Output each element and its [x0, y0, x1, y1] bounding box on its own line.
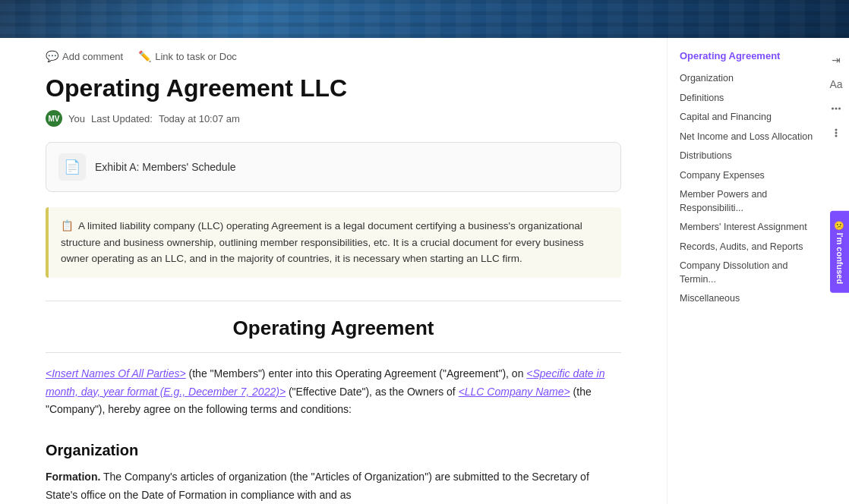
feedback-label: I'm confused: [835, 233, 844, 284]
body-part1: (the "Members") enter into this Operatin…: [186, 367, 527, 380]
toc-title: Operating Agreement: [680, 50, 819, 61]
toc-item[interactable]: Definitions: [680, 89, 819, 109]
exhibit-label: Exhibit A: Members' Schedule: [95, 161, 236, 173]
feedback-tab[interactable]: 😕 I'm confused: [830, 211, 849, 293]
svg-point-2: [838, 108, 841, 110]
toc-list: OrganizationDefinitionsCapital and Finan…: [680, 69, 819, 309]
toc-item[interactable]: Company Expenses: [680, 166, 819, 186]
formation-text: The Company's articles of organization (…: [46, 471, 589, 501]
info-box: 📋A limited liability company (LLC) opera…: [46, 207, 621, 278]
collapse-sidebar-button[interactable]: ⇥: [826, 50, 846, 70]
placeholder-parties[interactable]: <Insert Names Of All Parties>: [46, 367, 186, 380]
timestamp: Today at 10:07 am: [159, 113, 240, 124]
info-box-icon: 📋: [61, 220, 74, 232]
formation-paragraph: Formation. The Company's articles of org…: [46, 468, 621, 504]
divider-top: [46, 301, 621, 301]
exhibit-card[interactable]: 📄 Exhibit A: Members' Schedule: [46, 142, 621, 192]
exhibit-icon: 📄: [58, 153, 86, 181]
link-icon: ✏️: [138, 50, 151, 62]
toc-item[interactable]: Miscellaneous: [680, 289, 819, 309]
toc-item[interactable]: Net Income and Loss Allocation: [680, 128, 819, 147]
sidebar: Operating Agreement OrganizationDefiniti…: [667, 38, 849, 504]
more-options-button[interactable]: [826, 123, 846, 143]
main-content: 💬 Add comment ✏️ Link to task or Doc Ope…: [0, 38, 667, 504]
svg-point-4: [835, 132, 838, 134]
toc-item[interactable]: Organization: [680, 69, 819, 89]
add-comment-button[interactable]: 💬 Add comment: [46, 50, 123, 62]
link-task-button[interactable]: ✏️ Link to task or Doc: [138, 50, 237, 62]
font-size-button[interactable]: Aa: [826, 74, 846, 94]
body-paragraph: <Insert Names Of All Parties> (the "Memb…: [46, 365, 621, 419]
svg-point-1: [832, 108, 834, 110]
document-title: Operating Agreement LLC: [46, 74, 621, 102]
settings-button[interactable]: [826, 99, 846, 118]
link-task-label: Link to task or Doc: [155, 51, 237, 62]
toc-item[interactable]: Company Dissolution and Termin...: [680, 257, 819, 289]
svg-point-5: [835, 135, 838, 137]
section-title-center: Operating Agreement: [46, 317, 621, 340]
body-part2: ("Effective Date"), as the Owners of: [286, 386, 459, 398]
comment-icon: 💬: [46, 50, 58, 62]
toc-container: Operating Agreement OrganizationDefiniti…: [668, 50, 849, 309]
toc-item[interactable]: Capital and Financing: [680, 108, 819, 128]
header-banner: [0, 0, 849, 38]
toc-item[interactable]: Records, Audits, and Reports: [680, 238, 819, 257]
org-heading: Organization: [46, 442, 621, 459]
divider-bottom: [46, 352, 621, 353]
avatar-initials: MV: [49, 115, 60, 123]
svg-point-0: [835, 108, 838, 110]
feedback-icon: 😕: [835, 220, 844, 230]
last-updated-label: Last Updated:: [91, 113, 153, 124]
toc-item[interactable]: Members' Interest Assignment: [680, 218, 819, 238]
add-comment-label: Add comment: [62, 51, 123, 62]
toc-item[interactable]: Member Powers and Responsibiliti...: [680, 185, 819, 218]
formation-label: Formation.: [46, 471, 100, 483]
placeholder-company[interactable]: <LLC Company Name>: [459, 386, 570, 398]
avatar: MV: [46, 110, 62, 127]
toolbar: 💬 Add comment ✏️ Link to task or Doc: [46, 50, 621, 62]
doc-meta: MV You Last Updated: Today at 10:07 am: [46, 110, 621, 127]
info-box-text: A limited liability company (LLC) operat…: [61, 220, 584, 264]
toc-item[interactable]: Distributions: [680, 146, 819, 166]
author-name: You: [68, 113, 85, 124]
svg-point-3: [835, 129, 838, 131]
